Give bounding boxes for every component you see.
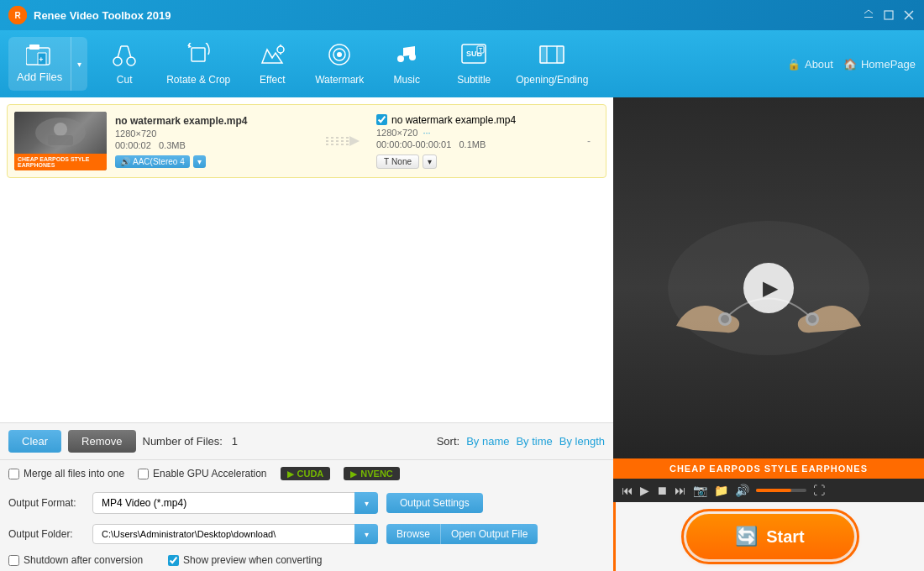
- gpu-checkbox-label[interactable]: Enable GPU Acceleration: [138, 468, 266, 479]
- cut-label: Cut: [117, 74, 133, 86]
- preview-checkbox[interactable]: [168, 555, 179, 566]
- maximize-button[interactable]: [882, 8, 895, 22]
- add-files-button[interactable]: + Add Files ▾: [8, 37, 87, 91]
- screenshot-button[interactable]: 📷: [693, 484, 707, 497]
- output-checkbox[interactable]: [376, 114, 387, 125]
- about-label: About: [805, 58, 833, 71]
- volume-fill: [756, 489, 791, 492]
- about-button[interactable]: 🔒 About: [787, 58, 833, 71]
- watermark-button[interactable]: Watermark: [306, 34, 373, 93]
- thumbnail-label: CHEAP EARPODS STYLE EARPHONES: [14, 154, 107, 170]
- preview-checkbox-label[interactable]: Show preview when converting: [168, 554, 322, 566]
- fullscreen-button[interactable]: ⛶: [813, 484, 825, 497]
- format-select[interactable]: MP4 Video (*.mp4): [92, 492, 378, 514]
- merge-checkbox-label[interactable]: Merge all files into one: [8, 468, 124, 479]
- play-pause-button[interactable]: ▶: [640, 484, 649, 497]
- svg-point-31: [54, 123, 67, 136]
- source-size: 0.3MB: [159, 140, 186, 150]
- svg-text:+: +: [39, 55, 43, 64]
- effect-icon: [259, 43, 286, 71]
- sort-by-time[interactable]: By time: [516, 435, 552, 448]
- cut-button[interactable]: Cut: [91, 34, 158, 93]
- rotate-crop-button[interactable]: Rotate & Crop: [158, 34, 239, 93]
- output-folder-row: Output Folder: ▾ Browse Open Output File: [0, 519, 613, 549]
- svg-point-20: [409, 54, 416, 60]
- gpu-checkbox[interactable]: [138, 469, 149, 479]
- volume-button[interactable]: 🔊: [735, 484, 749, 497]
- rotate-crop-label: Rotate & Crop: [166, 74, 230, 86]
- file-output: no watermark example.mp4 1280×720 ··· 00…: [376, 114, 570, 169]
- video-lower-bar: CHEAP EARPODS STYLE EARPHONES: [613, 458, 924, 479]
- right-panel: ▶ CHEAP EARPODS STYLE EARPHONES ⏮ ▶ ⏹ ⏭ …: [613, 97, 924, 571]
- preview-label: Show preview when converting: [183, 554, 322, 566]
- shutdown-checkbox[interactable]: [8, 555, 19, 566]
- source-duration: 00:00:02: [115, 140, 151, 150]
- sort-controls: Sort: By name By time By length: [437, 435, 605, 448]
- sort-by-name[interactable]: By name: [466, 435, 509, 448]
- skip-forward-button[interactable]: ⏭: [675, 484, 686, 497]
- merge-checkbox[interactable]: [8, 469, 19, 479]
- add-files-dropdown-arrow[interactable]: ▾: [71, 37, 87, 91]
- nvenc-label: NVENC: [360, 469, 393, 479]
- volume-bar[interactable]: [756, 489, 806, 492]
- clear-button[interactable]: Clear: [8, 430, 61, 453]
- remove-button[interactable]: Remove: [68, 430, 135, 453]
- subtitle-dropdown-button[interactable]: ▾: [423, 155, 437, 169]
- subtitle-controls: T None ▾: [376, 155, 570, 169]
- refresh-icon: 🔄: [735, 526, 758, 547]
- stop-button[interactable]: ⏹: [656, 484, 668, 497]
- svg-rect-4: [29, 45, 39, 50]
- output-dash: -: [579, 132, 599, 150]
- homepage-button[interactable]: 🏠 HomePage: [843, 58, 916, 71]
- browse-group: Browse Open Output File: [386, 524, 538, 544]
- subtitle-type-label: None: [391, 157, 412, 166]
- file-count-prefix: Number of Files:: [143, 435, 223, 448]
- audio-controls: 🔊 AAC(Stereo 4 ▾: [115, 155, 309, 168]
- video-scene: ▶ CHEAP EARPODS STYLE EARPHONES: [613, 97, 924, 479]
- play-icon: ▶: [763, 276, 778, 300]
- add-files-main[interactable]: + Add Files: [8, 37, 71, 91]
- svg-rect-32: [48, 135, 73, 145]
- start-button[interactable]: 🔄 Start: [686, 514, 854, 559]
- subtitle-icon: SUB T: [460, 43, 487, 71]
- close-button[interactable]: [902, 8, 916, 22]
- file-item: CHEAP EARPODS STYLE EARPHONES no waterma…: [7, 104, 606, 178]
- lock-icon: 🔒: [787, 58, 801, 71]
- subtitle-button[interactable]: SUB T Subtitle: [440, 34, 507, 93]
- cuda-label: CUDA: [297, 469, 324, 479]
- bottom-controls: Clear Remove Number of Files: 1 Sort: By…: [0, 422, 613, 459]
- play-button[interactable]: ▶: [743, 263, 794, 313]
- output-format-row: Output Format: MP4 Video (*.mp4) ▾ Outpu…: [0, 487, 613, 519]
- subtitle-type-button[interactable]: T None: [376, 155, 419, 169]
- browse-button[interactable]: Browse: [386, 524, 440, 544]
- left-sections: CHEAP EARPODS STYLE EARPHONES no waterma…: [0, 97, 613, 571]
- svg-rect-12: [192, 48, 205, 61]
- sort-by-length[interactable]: By length: [559, 435, 605, 448]
- output-checkbox-row: no watermark example.mp4: [376, 114, 570, 126]
- open-output-button[interactable]: Open Output File: [440, 524, 538, 544]
- title-bar: R Renee Video Toolbox 2019: [0, 0, 924, 30]
- toolbar-right: 🔒 About 🏠 HomePage: [787, 58, 916, 71]
- file-thumbnail: CHEAP EARPODS STYLE EARPHONES: [14, 112, 107, 170]
- skip-back-button[interactable]: ⏮: [622, 484, 633, 497]
- folder-button[interactable]: 📁: [714, 484, 728, 497]
- app-logo: R: [8, 6, 27, 24]
- audio-dropdown-button[interactable]: ▾: [193, 155, 206, 168]
- effect-button[interactable]: Effect: [239, 34, 306, 93]
- shutdown-row: Shutdown after conversion Show preview w…: [0, 549, 613, 571]
- opening-ending-button[interactable]: Opening/Ending: [507, 34, 596, 93]
- folder-input[interactable]: [92, 524, 378, 544]
- homepage-label: HomePage: [861, 58, 916, 71]
- file-info: no watermark example.mp4 1280×720 00:00:…: [115, 115, 309, 168]
- audio-label: AAC(Stereo 4: [133, 157, 185, 166]
- svg-marker-36: [349, 136, 360, 146]
- add-files-icon: +: [26, 45, 53, 71]
- minimize-button[interactable]: [862, 8, 875, 22]
- source-resolution: 1280×720: [115, 128, 309, 139]
- music-button[interactable]: Music: [373, 34, 440, 93]
- arrow-connector: [318, 131, 368, 151]
- output-settings-button[interactable]: Output Settings: [386, 493, 483, 513]
- subtitle-label: Subtitle: [457, 74, 491, 86]
- shutdown-checkbox-label[interactable]: Shutdown after conversion: [8, 554, 143, 566]
- merge-label: Merge all files into one: [24, 468, 124, 479]
